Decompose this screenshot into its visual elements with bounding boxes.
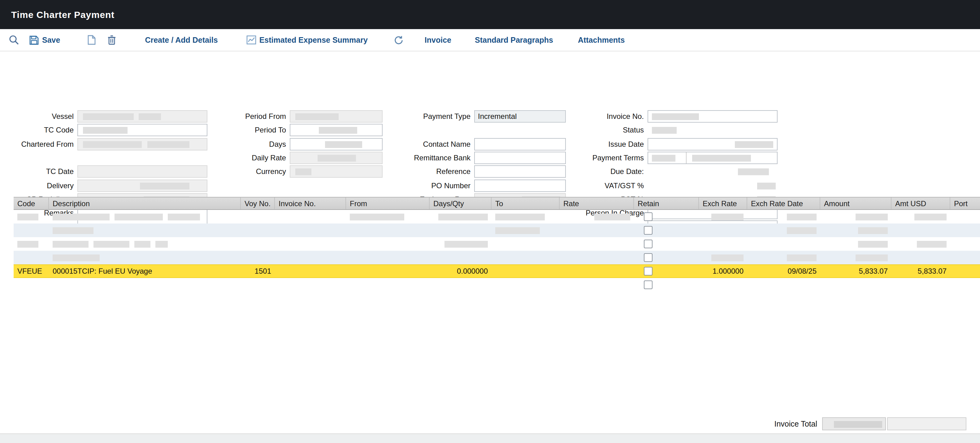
tc-code-label: TC Code xyxy=(3,126,77,134)
cell-invoice_no xyxy=(275,210,346,223)
cell-invoice_no xyxy=(275,237,346,251)
header-form: Vessel TC Code Chartered From TC Date De… xyxy=(0,51,980,197)
cell-description xyxy=(49,251,241,265)
cell-value: VFEUE xyxy=(18,267,42,276)
trash-icon xyxy=(107,35,116,45)
table-row[interactable] xyxy=(14,278,980,292)
cell-days_qty xyxy=(430,237,492,251)
toolbar: Save Create / Add Details Estimated Expe… xyxy=(0,29,980,51)
po-number-label: PO Number xyxy=(384,182,474,190)
standard-paragraphs-button[interactable]: Standard Paragraphs xyxy=(475,36,553,44)
cell-exch_rate xyxy=(699,278,747,292)
cell-voy_no xyxy=(241,210,275,223)
col-header-invoice_no[interactable]: Invoice No. xyxy=(275,198,346,209)
col-header-amt_usd[interactable]: Amt USD xyxy=(891,198,950,209)
cell-code xyxy=(14,278,49,292)
redacted-value xyxy=(350,213,404,220)
cell-exch_rate xyxy=(699,223,747,237)
cell-from xyxy=(346,278,430,292)
redacted-value xyxy=(94,241,129,247)
new-document-button[interactable] xyxy=(87,35,96,45)
estimated-expense-summary-button[interactable]: Estimated Expense Summary xyxy=(247,35,368,45)
field-row-vat-gst: VAT/GST % xyxy=(545,180,778,192)
cell-rate xyxy=(560,237,634,251)
redacted-value xyxy=(917,241,947,247)
col-header-port[interactable]: Port xyxy=(950,198,980,209)
col-header-exch_rate_date[interactable]: Exch Rate Date xyxy=(747,198,820,209)
redacted-value xyxy=(140,183,189,190)
vessel-field xyxy=(77,110,207,123)
col-header-amount[interactable]: Amount xyxy=(820,198,891,209)
retain-checkbox[interactable] xyxy=(644,253,652,262)
refresh-button[interactable] xyxy=(394,35,404,45)
cell-exch_rate xyxy=(699,251,747,265)
cell-amount xyxy=(820,251,891,265)
col-header-exch_rate[interactable]: Exch Rate xyxy=(699,198,747,209)
col-header-days_qty[interactable]: Days/Qty xyxy=(430,198,492,209)
daily-rate-label: Daily Rate xyxy=(210,153,290,162)
days-field[interactable] xyxy=(290,138,383,150)
redacted-value xyxy=(155,241,168,247)
invoice-button[interactable]: Invoice xyxy=(425,36,451,44)
tc-code-field[interactable] xyxy=(77,124,207,136)
redacted-value xyxy=(738,168,769,175)
contact-name-label: Contact Name xyxy=(384,140,474,148)
redacted-value xyxy=(438,213,488,220)
col-header-from[interactable]: From xyxy=(346,198,430,209)
cell-description xyxy=(49,278,241,292)
table-row[interactable] xyxy=(14,237,980,251)
table-row[interactable] xyxy=(14,223,980,237)
table-row[interactable] xyxy=(14,251,980,265)
issue-date-field[interactable] xyxy=(648,138,778,150)
retain-checkbox[interactable] xyxy=(644,212,652,221)
retain-checkbox[interactable] xyxy=(644,267,652,276)
retain-checkbox[interactable] xyxy=(644,226,652,235)
search-button[interactable] xyxy=(9,35,19,45)
tc-date-field xyxy=(77,165,207,178)
cell-voy_no xyxy=(241,223,275,237)
col-header-description[interactable]: Description xyxy=(49,198,241,209)
refresh-icon xyxy=(394,35,404,45)
col-header-voy_no[interactable]: Voy No. xyxy=(241,198,275,209)
invoice-no-field[interactable] xyxy=(648,110,778,123)
redacted-value xyxy=(318,155,356,162)
cell-description xyxy=(49,237,241,251)
payment-type-value: Incremental xyxy=(478,112,517,121)
cell-days_qty xyxy=(430,278,492,292)
redacted-value xyxy=(83,113,134,120)
retain-checkbox[interactable] xyxy=(644,240,652,248)
field-row-currency: Currency xyxy=(210,165,383,178)
field-row-tc-code: TC Code xyxy=(3,124,207,136)
col-header-rate[interactable]: Rate xyxy=(560,198,634,209)
retain-checkbox[interactable] xyxy=(644,280,652,289)
create-add-details-button[interactable]: Create / Add Details xyxy=(145,36,218,44)
payment-terms-label: Payment Terms xyxy=(545,153,648,162)
cell-value: 09/08/25 xyxy=(788,267,816,276)
table-row[interactable] xyxy=(14,210,980,223)
cell-exch_rate: 1.000000 xyxy=(699,265,747,278)
reference-label: Reference xyxy=(384,167,474,176)
field-row-po-number: PO Number xyxy=(384,180,566,192)
delete-button[interactable] xyxy=(107,35,116,45)
redacted-value xyxy=(444,241,488,247)
cell-port xyxy=(950,237,980,251)
cell-description xyxy=(49,210,241,223)
invoice-no-label: Invoice No. xyxy=(545,112,648,121)
redacted-value xyxy=(652,113,699,120)
cell-to xyxy=(492,251,560,265)
field-row-period-to: Period To xyxy=(210,124,383,136)
payment-terms-field[interactable] xyxy=(648,152,778,164)
cell-rate xyxy=(560,210,634,223)
col-header-code[interactable]: Code xyxy=(14,198,49,209)
save-button[interactable]: Save xyxy=(29,35,60,45)
cell-invoice_no xyxy=(275,265,346,278)
cell-description: 000015TCIP: Fuel EU Voyage xyxy=(49,265,241,278)
redacted-value xyxy=(652,155,675,162)
cell-value: 0.000000 xyxy=(457,267,488,276)
table-row-selected[interactable]: VFEUE000015TCIP: Fuel EU Voyage15010.000… xyxy=(14,265,980,278)
period-to-field[interactable] xyxy=(290,124,383,136)
chartered-from-label: Chartered From xyxy=(3,140,77,148)
attachments-button[interactable]: Attachments xyxy=(578,36,625,44)
col-header-retain[interactable]: Retain xyxy=(634,198,699,209)
col-header-to[interactable]: To xyxy=(492,198,560,209)
